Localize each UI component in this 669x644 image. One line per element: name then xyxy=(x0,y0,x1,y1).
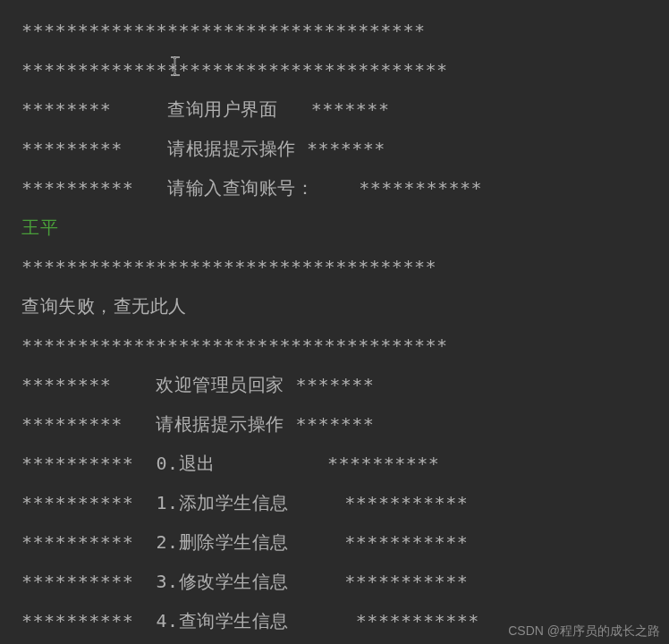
user-input[interactable]: 王平 xyxy=(21,208,648,247)
terminal-line: ********* 请根据提示操作 ******* xyxy=(21,404,648,444)
terminal-line: ************************************** xyxy=(21,326,648,365)
watermark: CSDN @程序员的成长之路 xyxy=(508,623,660,639)
menu-option-0: ********** 0.退出 ********** xyxy=(21,444,648,483)
terminal-line: ************************************* xyxy=(21,247,648,286)
menu-option-2: ********** 2.删除学生信息 *********** xyxy=(21,522,648,562)
terminal-line: ************************************ xyxy=(21,11,648,50)
terminal-line: ************************************** xyxy=(21,50,648,89)
terminal-line: ********* 请根据提示操作 ******* xyxy=(21,129,648,168)
query-result: 查询失败，查无此人 xyxy=(21,286,648,326)
terminal-line: ******** 欢迎管理员回家 ******* xyxy=(21,365,648,404)
menu-option-1: ********** 1.添加学生信息 *********** xyxy=(21,483,648,522)
terminal-line: ******** 查询用户界面 ******* xyxy=(21,89,648,129)
menu-option-3: ********** 3.修改学生信息 *********** xyxy=(21,562,648,601)
terminal-line: ********** 请输入查询账号： *********** xyxy=(21,168,648,208)
